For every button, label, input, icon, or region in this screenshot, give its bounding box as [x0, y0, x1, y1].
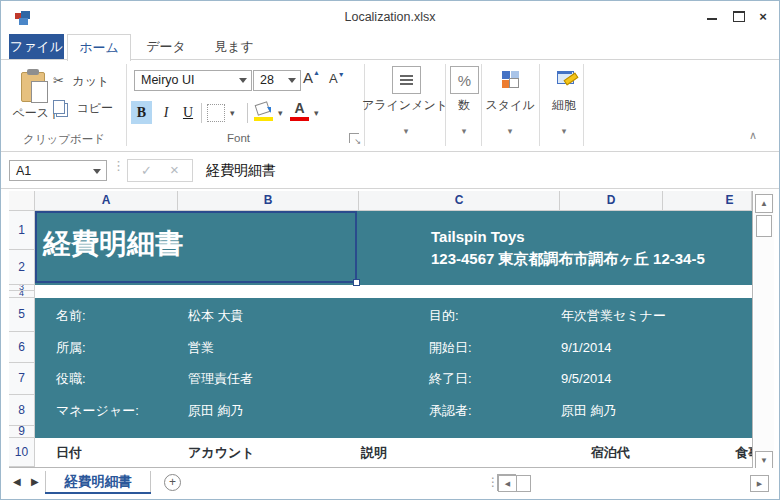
- info-value[interactable]: 松本 大貴: [188, 300, 244, 332]
- formula-bar-grip[interactable]: ⋮: [112, 158, 125, 173]
- row-header-10[interactable]: 10: [9, 438, 35, 467]
- borders-button[interactable]: [207, 104, 225, 122]
- fill-handle[interactable]: [353, 279, 360, 286]
- left-arrow-icon: ◀: [505, 480, 510, 488]
- info-label[interactable]: 名前:: [56, 300, 86, 332]
- enter-button[interactable]: ✓: [141, 163, 152, 178]
- table-header-meals[interactable]: 食事: [735, 438, 752, 467]
- info-label[interactable]: 承認者:: [429, 395, 472, 427]
- info-value[interactable]: 営業: [188, 332, 214, 364]
- vertical-scroll-thumb[interactable]: [756, 215, 772, 237]
- cells-dropdown[interactable]: ▾: [559, 126, 569, 136]
- clipboard-group-label: クリップボード: [9, 132, 119, 147]
- info-label[interactable]: 所属:: [56, 332, 86, 364]
- next-sheet-button[interactable]: ▶: [31, 476, 39, 487]
- row-header-4[interactable]: 4: [9, 291, 35, 298]
- scroll-left-button[interactable]: ◀: [498, 475, 517, 492]
- info-value[interactable]: 9/5/2014: [561, 363, 612, 395]
- group-separator: [583, 64, 584, 146]
- sheet-tab-active[interactable]: 経費明細書: [45, 471, 151, 492]
- table-header-description[interactable]: 説明: [361, 438, 387, 467]
- info-value[interactable]: 原田 絢乃: [561, 395, 617, 427]
- tab-home[interactable]: ホーム: [67, 34, 131, 61]
- cancel-button[interactable]: ×: [170, 161, 179, 178]
- cut-button[interactable]: ✂ カット: [53, 71, 109, 90]
- group-separator: [539, 64, 540, 146]
- alignment-button[interactable]: [392, 66, 421, 94]
- scroll-right-button[interactable]: ▶: [750, 475, 769, 492]
- fill-color-dropdown[interactable]: ▾: [278, 108, 283, 118]
- grow-font-button[interactable]: A▲: [303, 69, 320, 86]
- row-header-7[interactable]: 7: [9, 363, 35, 395]
- info-label[interactable]: 目的:: [429, 300, 459, 332]
- row-header-9[interactable]: 9: [9, 426, 35, 438]
- styles-label: スタイル: [481, 97, 539, 114]
- table-header-account[interactable]: アカウント: [188, 438, 255, 467]
- row-header-8[interactable]: 8: [9, 395, 35, 426]
- shrink-font-button[interactable]: A▼: [329, 71, 345, 86]
- number-button[interactable]: %: [450, 66, 479, 94]
- fill-color-button[interactable]: [254, 102, 274, 122]
- font-color-button[interactable]: A: [290, 100, 310, 122]
- chevron-down-icon: [239, 78, 247, 83]
- sheet-tab-underline: [45, 492, 151, 494]
- alignment-label: アラインメント: [359, 97, 451, 114]
- copy-button[interactable]: コピー: [53, 98, 113, 117]
- font-name-combo[interactable]: Meiryo UI: [134, 70, 252, 91]
- info-row: 役職: 管理責任者 終了日: 9/5/2014: [35, 363, 752, 395]
- collapse-ribbon-button[interactable]: ∧: [749, 129, 757, 142]
- info-value[interactable]: 9/1/2014: [561, 332, 612, 364]
- cells-button[interactable]: [552, 66, 579, 92]
- borders-dropdown[interactable]: ▾: [230, 108, 235, 118]
- paste-icon: [21, 69, 47, 103]
- info-value[interactable]: 管理責任者: [188, 363, 253, 395]
- row-header-6[interactable]: 6: [9, 332, 35, 363]
- info-label[interactable]: 開始日:: [429, 332, 472, 364]
- select-all-corner[interactable]: [9, 191, 35, 211]
- font-dialog-launcher[interactable]: ↘: [349, 133, 359, 143]
- table-header-lodging[interactable]: 宿泊代: [591, 438, 630, 467]
- styles-button[interactable]: [497, 66, 524, 92]
- info-value[interactable]: 年次営業セミナー: [561, 300, 666, 332]
- horizontal-scroll-thumb[interactable]: [516, 475, 531, 492]
- number-dropdown[interactable]: ▾: [459, 126, 469, 136]
- close-button[interactable]: ×: [752, 7, 774, 25]
- info-value[interactable]: 原田 絢乃: [188, 395, 244, 427]
- tab-view[interactable]: 見ます: [203, 34, 265, 59]
- styles-dropdown[interactable]: ▾: [505, 126, 515, 136]
- group-separator: [126, 64, 127, 146]
- formula-content[interactable]: 経費明細書: [206, 162, 276, 180]
- grow-font-label: A: [303, 69, 313, 86]
- scroll-up-button[interactable]: ▲: [755, 194, 773, 213]
- font-color-swatch: [290, 117, 309, 121]
- info-label[interactable]: マネージャー:: [56, 395, 139, 427]
- tab-data[interactable]: データ: [135, 34, 197, 59]
- table-header-date[interactable]: 日付: [56, 438, 82, 467]
- name-box[interactable]: A1: [9, 160, 107, 181]
- tab-file[interactable]: ファイル: [9, 34, 64, 59]
- info-label[interactable]: 役職:: [56, 363, 86, 395]
- company-address-cell[interactable]: 123-4567 東京都調布市調布ヶ丘 12-34-5: [431, 250, 705, 269]
- fill-color-swatch: [254, 117, 273, 121]
- row-header-1[interactable]: 1: [9, 211, 35, 250]
- selection-border: [35, 211, 357, 283]
- cells-label: 細胞: [541, 97, 587, 114]
- alignment-dropdown[interactable]: ▾: [401, 126, 411, 136]
- minimize-button[interactable]: [701, 7, 723, 25]
- maximize-button[interactable]: [728, 7, 750, 25]
- font-color-dropdown[interactable]: ▾: [314, 108, 319, 118]
- italic-button[interactable]: I: [157, 101, 175, 124]
- add-sheet-button[interactable]: +: [164, 474, 181, 491]
- paint-drip-icon: [267, 107, 271, 113]
- font-size-combo[interactable]: 28: [253, 70, 301, 91]
- underline-button[interactable]: U: [179, 101, 197, 124]
- prev-sheet-button[interactable]: ◀: [13, 476, 21, 487]
- cut-label: カット: [72, 74, 109, 88]
- row-header-2[interactable]: 2: [9, 250, 35, 285]
- scroll-down-button[interactable]: ▼: [755, 451, 773, 469]
- company-name-cell[interactable]: Tailspin Toys: [431, 228, 525, 245]
- bold-button[interactable]: B: [131, 101, 152, 124]
- row-header-5[interactable]: 5: [9, 298, 35, 332]
- info-label[interactable]: 終了日:: [429, 363, 472, 395]
- bold-label: B: [137, 105, 146, 121]
